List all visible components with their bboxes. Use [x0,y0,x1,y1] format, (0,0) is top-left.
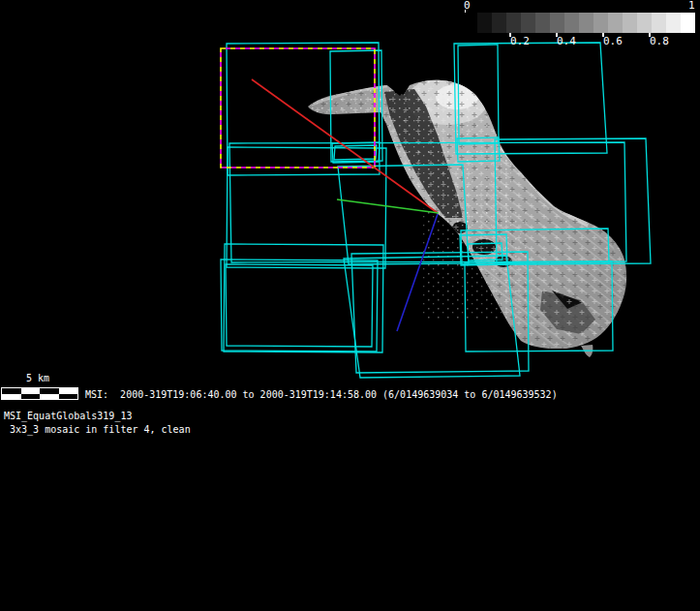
colorbar-step [623,13,637,33]
mosaic-planning-window: 0 1 0.20.40.60.8 5 km MSI: 2000-319T19:0… [0,0,700,611]
msi-time-range: MSI: 2000-319T19:06:40.00 to 2000-319T19… [85,389,558,401]
green-vector [337,199,439,213]
colorbar-step [593,13,608,33]
colorbar-step [521,13,535,33]
colorbar-step [579,13,593,33]
scale-bar [1,387,78,400]
scale-bar-segment [2,394,21,400]
colorbar-gradient [463,13,695,33]
colorbar-step [637,13,652,33]
colorbar-tick-label: 0.8 [650,36,669,47]
colorbar-tick-label: 0.6 [603,36,623,47]
colorbar-max-label: 1 [688,0,695,11]
colorbar-step [652,13,666,33]
colorbar-step [681,13,695,33]
scale-bar-segment [21,394,41,400]
colorbar-tick-label: 0.4 [557,36,576,47]
colorbar-step [492,13,506,33]
colorbar-step [564,13,579,33]
scale-bar-segment [40,394,59,400]
colorbar-step [535,13,550,33]
asteroid-shape-model [308,76,627,357]
sequence-description: 3x3_3 mosaic in filter 4, clean [4,424,191,436]
colorbar-step [608,13,623,33]
scale-bar-segment [59,394,78,400]
sequence-name: MSI_EquatGlobals319_13 [4,411,132,422]
colorbar-step [666,13,681,33]
scale-bar-label: 5 km [26,373,49,383]
colorbar-step [550,13,564,33]
mosaic-footprint [227,147,386,268]
colorbar-step [463,13,477,33]
colorbar-tick-label: 0.2 [510,36,530,47]
colorbar-step [477,13,492,33]
shape-model-viewport[interactable] [0,0,700,611]
colorbar-step [506,13,521,33]
